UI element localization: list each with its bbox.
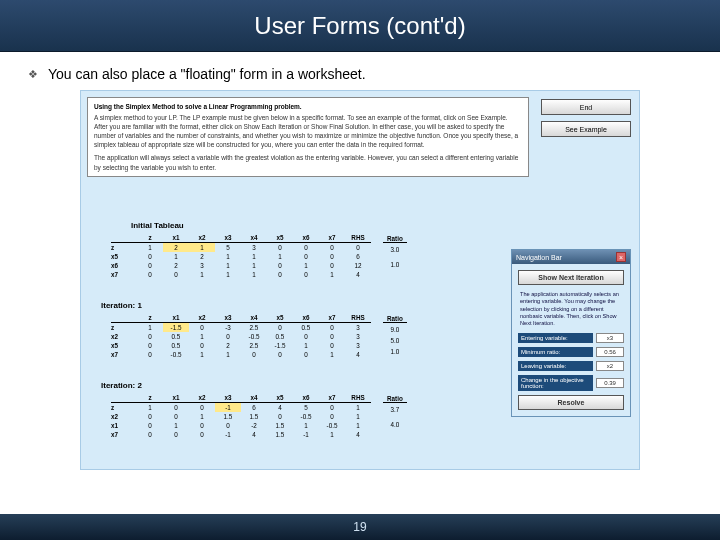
instruction-p2: The application will always select a var… xyxy=(94,153,522,171)
obj-change-label: Change in the objective function: xyxy=(518,375,593,391)
instruction-panel: Using the Simplex Method to solve a Line… xyxy=(87,97,529,177)
leaving-variable-value[interactable]: x2 xyxy=(596,361,624,371)
entering-variable-label: Entering variable: xyxy=(518,333,593,343)
navigation-bar-form[interactable]: Navigation Bar × Show Next Iteration The… xyxy=(511,249,631,417)
see-example-button[interactable]: See Example xyxy=(541,121,631,137)
iter1-ratio: Ratio9.05.01.0 xyxy=(381,313,409,358)
page-number: 19 xyxy=(353,520,366,534)
navbar-body: Show Next Iteration The application auto… xyxy=(512,264,630,416)
initial-tableau-title: Initial Tableau xyxy=(131,221,184,230)
iter2-title: Iteration: 2 xyxy=(101,381,142,390)
close-icon[interactable]: × xyxy=(616,252,626,262)
minimum-ratio-label: Minimum ratio: xyxy=(518,347,593,357)
obj-change-row: Change in the objective function: 0.39 xyxy=(518,375,624,391)
end-button[interactable]: End xyxy=(541,99,631,115)
initial-ratio: Ratio3.01.0 xyxy=(381,233,409,271)
entering-variable-value[interactable]: x3 xyxy=(596,333,624,343)
iter2-tableau: zx1x2x3x4x5x6x7RHSz100-164501x20011.51.5… xyxy=(111,393,371,439)
initial-tableau: zx1x2x3x4x5x6x7RHSz121530000x5012111006x… xyxy=(111,233,371,279)
resolve-button[interactable]: Resolve xyxy=(518,395,624,410)
instruction-p1: A simplex method to your LP. The LP exam… xyxy=(94,113,522,149)
slide-title: User Forms (cont'd) xyxy=(0,0,720,52)
slide-footer: 19 xyxy=(0,514,720,540)
worksheet-screenshot: Using the Simplex Method to solve a Line… xyxy=(80,90,640,470)
iter2-ratio: Ratio3.74.0 xyxy=(381,393,409,431)
obj-change-value[interactable]: 0.39 xyxy=(596,378,624,388)
leaving-variable-label: Leaving variable: xyxy=(518,361,593,371)
minimum-ratio-row: Minimum ratio: 0.56 xyxy=(518,347,624,357)
slide-bullet: ❖You can also place a "floating" form in… xyxy=(0,52,720,90)
navbar-titlebar[interactable]: Navigation Bar × xyxy=(512,250,630,264)
bullet-diamond-icon: ❖ xyxy=(28,68,38,80)
leaving-variable-row: Leaving variable: x2 xyxy=(518,361,624,371)
iter1-title: Iteration: 1 xyxy=(101,301,142,310)
navbar-title-text: Navigation Bar xyxy=(516,254,562,261)
navbar-note: The application automatically selects an… xyxy=(518,289,624,329)
instruction-heading: Using the Simplex Method to solve a Line… xyxy=(94,102,522,111)
bullet-text: You can also place a "floating" form in … xyxy=(48,66,366,82)
iter1-tableau: zx1x2x3x4x5x6x7RHSz1-1.50-32.500.503x200… xyxy=(111,313,371,359)
entering-variable-row: Entering variable: x3 xyxy=(518,333,624,343)
show-next-iteration-button[interactable]: Show Next Iteration xyxy=(518,270,624,285)
minimum-ratio-value[interactable]: 0.56 xyxy=(596,347,624,357)
